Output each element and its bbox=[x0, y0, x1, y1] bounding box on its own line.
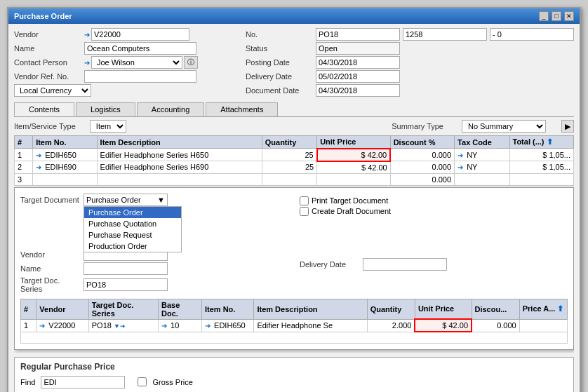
row2-tax[interactable]: ➔ NY bbox=[455, 161, 509, 174]
inner-col-item-no: Item No. bbox=[201, 299, 253, 319]
left-column: Vendor ➔ Name Contact Person ➔ Joe Wilso… bbox=[14, 28, 243, 98]
inner-row1-vendor: ➔ V22000 bbox=[36, 319, 88, 332]
gross-price-checkbox[interactable] bbox=[138, 377, 147, 386]
contact-info-button[interactable]: ⓘ bbox=[184, 56, 198, 69]
inner-col-num: # bbox=[21, 299, 36, 319]
col-header-desc: Item Description bbox=[97, 136, 262, 149]
status-input bbox=[316, 42, 400, 55]
popup-delivery-input[interactable] bbox=[363, 258, 447, 271]
summary-expand-button[interactable]: ▶ bbox=[561, 120, 574, 133]
main-table-container: SAP # Item No. Item Description Quantity… bbox=[14, 135, 574, 353]
posting-date-row: Posting Date bbox=[246, 56, 574, 69]
create-draft-row: Create Draft Document bbox=[300, 207, 568, 216]
row2-item[interactable]: ➔ EDIH690 bbox=[33, 161, 97, 174]
contact-label: Contact Person bbox=[14, 58, 84, 67]
popup-delivery-label: Delivery Date bbox=[300, 260, 363, 269]
col-header-total: Total (...) ⬆ bbox=[509, 136, 574, 149]
target-doc-select[interactable]: Purchase Order ▼ bbox=[83, 194, 168, 206]
tab-accounting[interactable]: Accounting bbox=[137, 102, 204, 116]
document-date-input[interactable] bbox=[316, 84, 400, 97]
inner-col-vendor: Vendor bbox=[36, 299, 88, 319]
row1-qty[interactable]: 25 bbox=[262, 149, 316, 161]
summary-type-label: Summary Type bbox=[392, 122, 443, 130]
row3-qty[interactable] bbox=[262, 173, 316, 185]
no2-input[interactable] bbox=[403, 28, 487, 41]
inner-table-container: # Vendor Target Doc. Series Base Doc. It… bbox=[20, 299, 568, 344]
inner-table-row: 1 ➔ V22000 PO18 ▼➔ ➔ 10 ➔ EDIH650 Edifie… bbox=[21, 319, 568, 332]
option-purchase-order[interactable]: Purchase Order bbox=[84, 207, 181, 218]
inner-row1-price[interactable]: $ 42.00 bbox=[415, 319, 472, 332]
col-header-tax: Tax Code bbox=[455, 136, 509, 149]
popup-delivery-row: Delivery Date bbox=[300, 258, 568, 271]
row1-price[interactable]: $ 42.00 bbox=[317, 149, 391, 161]
inner-col-item-desc: Item Description bbox=[254, 299, 367, 319]
popup-name-label: Name bbox=[20, 264, 83, 273]
row1-item[interactable]: ➔ EDIH650 bbox=[33, 149, 97, 161]
vendor-ref-row: Vendor Ref. No. bbox=[14, 70, 243, 83]
dropdown-arrow-icon: ▼ bbox=[157, 196, 165, 204]
title-bar: Purchase Order _ □ ✕ bbox=[8, 8, 580, 24]
no-row: No. bbox=[246, 28, 574, 41]
inner-row1-num: 1 bbox=[21, 319, 36, 332]
option-purchase-request[interactable]: Purchase Request bbox=[84, 229, 181, 241]
delivery-date-input[interactable] bbox=[316, 70, 400, 83]
popup-name-input[interactable] bbox=[83, 262, 168, 275]
option-purchase-quotation[interactable]: Purchase Quotation bbox=[84, 218, 181, 229]
contact-arrow-icon: ➔ bbox=[84, 59, 90, 67]
row3-desc bbox=[97, 173, 262, 185]
no3-input[interactable] bbox=[490, 28, 574, 41]
posting-date-label: Posting Date bbox=[246, 58, 316, 67]
table-row: 2 ➔ EDIH690 Edifier Headphone Series H69… bbox=[15, 161, 574, 174]
print-target-label: Print Target Document bbox=[312, 196, 388, 205]
window-title: Purchase Order bbox=[14, 12, 72, 20]
vendor-ref-input[interactable] bbox=[84, 70, 196, 83]
no-label: No. bbox=[246, 30, 316, 39]
row3-tax[interactable] bbox=[455, 173, 509, 185]
tab-contents[interactable]: Contents bbox=[14, 102, 74, 116]
row3-item[interactable] bbox=[33, 173, 97, 185]
inner-items-table: # Vendor Target Doc. Series Base Doc. It… bbox=[20, 299, 568, 344]
option-production-order[interactable]: Production Order bbox=[84, 241, 181, 252]
popup-series-input[interactable] bbox=[83, 278, 168, 291]
table-row: 1 ➔ EDIH650 Edifier Headphone Series H65… bbox=[15, 149, 574, 161]
close-button[interactable]: ✕ bbox=[564, 11, 574, 21]
posting-date-input[interactable] bbox=[316, 56, 400, 69]
currency-select[interactable]: Local Currency bbox=[14, 84, 91, 97]
tab-attachments[interactable]: Attachments bbox=[206, 102, 278, 116]
name-label: Name bbox=[14, 44, 84, 53]
window-controls: _ □ ✕ bbox=[539, 11, 574, 21]
no-input[interactable] bbox=[316, 28, 400, 41]
vendor-input[interactable] bbox=[91, 28, 189, 41]
row2-desc: Edifier Headphone Series H690 bbox=[97, 161, 262, 174]
target-doc-value: Purchase Order bbox=[86, 196, 141, 204]
document-date-row: Document Date bbox=[246, 84, 574, 97]
row1-disc[interactable]: 0.000 bbox=[390, 149, 454, 161]
inner-row1-qty: 2.000 bbox=[367, 319, 415, 332]
print-target-checkbox[interactable] bbox=[300, 196, 309, 205]
row3-price[interactable] bbox=[317, 173, 391, 185]
find-label: Find bbox=[20, 378, 35, 386]
dropdown-options-list: Purchase Order Purchase Quotation Purcha… bbox=[83, 206, 182, 252]
inner-row1-price-a bbox=[519, 319, 567, 332]
minimize-button[interactable]: _ bbox=[539, 11, 549, 21]
row2-qty[interactable]: 25 bbox=[262, 161, 316, 174]
restore-button[interactable]: □ bbox=[552, 11, 561, 21]
find-input[interactable] bbox=[41, 376, 125, 388]
item-type-select[interactable]: Item bbox=[90, 120, 126, 133]
popup-series-label: Target Doc. Series bbox=[20, 276, 83, 293]
name-row: Name bbox=[14, 42, 243, 55]
col-header-num: # bbox=[15, 136, 33, 149]
target-doc-label: Target Document bbox=[20, 196, 83, 204]
create-draft-checkbox[interactable] bbox=[300, 207, 309, 216]
name-input[interactable] bbox=[84, 42, 196, 55]
find-row: Find Gross Price bbox=[20, 376, 568, 388]
summary-type-select[interactable]: No Summary bbox=[462, 120, 546, 133]
contact-select[interactable]: Joe Wilson bbox=[91, 56, 182, 69]
row2-price[interactable]: $ 42.00 bbox=[317, 161, 391, 174]
inner-col-base-doc: Base Doc. bbox=[158, 299, 201, 319]
row2-disc[interactable]: 0.000 bbox=[390, 161, 454, 174]
tab-logistics[interactable]: Logistics bbox=[76, 102, 135, 116]
row3-disc[interactable]: 0.000 bbox=[390, 173, 454, 185]
row1-tax[interactable]: ➔ NY bbox=[455, 149, 509, 161]
table-row: 3 0.000 bbox=[15, 173, 574, 185]
